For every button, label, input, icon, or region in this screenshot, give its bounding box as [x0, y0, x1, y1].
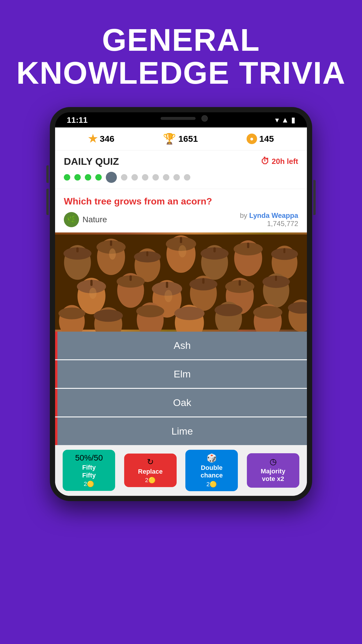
signal-icon: ▲ — [281, 116, 289, 125]
timer-icon: ⏱ — [261, 156, 269, 166]
dot-6 — [121, 174, 127, 181]
svg-point-51 — [253, 306, 282, 318]
lifeline-double-chance[interactable]: 🎲 Doublechance 2🟡 — [185, 450, 238, 491]
dot-3 — [85, 174, 91, 181]
progress-dots — [64, 172, 298, 185]
dot-11 — [173, 174, 180, 181]
fifty-icon: 50%/50 — [75, 453, 103, 463]
dot-7 — [131, 174, 138, 181]
svg-point-41 — [59, 307, 85, 319]
lifeline-bar: 50%/50 FiftyFifty 2🟡 ↻ Replace 2🟡 🎲 Doub… — [55, 445, 307, 496]
fifty-label: FiftyFifty — [82, 464, 96, 479]
time-left: ⏱ 20h left — [261, 156, 298, 166]
answers-area: Ash Elm Oak Lime — [55, 332, 307, 445]
app-title: GENERAL KNOWLEDGE TRIVIA — [16, 23, 346, 90]
svg-rect-33 — [202, 278, 205, 284]
svg-point-45 — [136, 305, 164, 317]
question-area: Which tree grows from an acorn? 🌿 Nature… — [55, 189, 307, 232]
svg-point-54 — [109, 249, 116, 260]
question-image — [55, 232, 307, 332]
svg-rect-12 — [180, 237, 182, 243]
lifeline-fifty-fifty[interactable]: 50%/50 FiftyFifty 2🟡 — [63, 450, 115, 491]
answer-ash-text: Ash — [66, 340, 298, 351]
svg-rect-3 — [76, 247, 79, 252]
svg-point-55 — [178, 245, 186, 257]
category-badge: 🌿 — [64, 212, 79, 227]
time-left-text: 20h left — [272, 157, 298, 166]
svg-rect-18 — [247, 242, 249, 248]
category-left: 🌿 Nature — [64, 212, 107, 227]
author-info: by Lynda Weappa 1,745,772 — [240, 211, 298, 228]
coins-stat: ● 145 — [247, 134, 274, 144]
answer-lime-text: Lime — [66, 426, 298, 437]
question-text: Which tree grows from an acorn? — [64, 196, 298, 207]
answer-elm[interactable]: Elm — [55, 360, 307, 388]
camera-dot — [201, 115, 208, 122]
side-button-left2 — [46, 189, 49, 215]
side-button-right — [313, 180, 316, 215]
svg-point-57 — [164, 290, 172, 302]
phone-screen: ★ 346 🏆 1651 ● 145 DAILY QUIZ ⏱ — [55, 127, 307, 496]
phone-frame: 11:11 ▾ ▲ ▮ ★ 346 🏆 1651 — [50, 107, 312, 501]
trophy-icon: 🏆 — [163, 133, 176, 145]
author-count: 1,745,772 — [240, 220, 298, 228]
svg-rect-36 — [239, 280, 241, 286]
svg-rect-9 — [146, 251, 148, 256]
author-name: Lynda Weappa — [249, 211, 298, 219]
answer-lime[interactable]: Lime — [55, 417, 307, 445]
svg-rect-6 — [110, 240, 112, 246]
svg-point-56 — [89, 288, 96, 299]
category-icon: 🌿 — [67, 215, 76, 224]
dot-current — [106, 172, 117, 183]
answer-ash[interactable]: Ash — [55, 332, 307, 359]
double-label: Doublechance — [201, 464, 223, 480]
answer-oak-text: Oak — [66, 397, 298, 408]
svg-point-49 — [215, 304, 242, 316]
author-by: by — [240, 211, 249, 219]
lifeline-majority-vote[interactable]: ◷ Majorityvote x2 — [247, 453, 299, 488]
answer-elm-text: Elm — [66, 368, 298, 380]
dot-9 — [152, 174, 159, 181]
double-cost: 2🟡 — [206, 481, 217, 488]
wifi-icon: ▾ — [275, 116, 279, 125]
side-button-left — [46, 165, 49, 183]
trophy-count: 1651 — [178, 134, 198, 144]
daily-quiz-label: DAILY QUIZ — [64, 156, 119, 167]
svg-rect-21 — [283, 248, 285, 253]
status-icons: ▾ ▲ ▮ — [275, 116, 295, 125]
title-line1: GENERAL — [102, 22, 260, 57]
svg-rect-15 — [213, 247, 216, 252]
category-name: Nature — [82, 215, 107, 224]
replace-icon: ↻ — [147, 457, 154, 467]
trophy-stat: 🏆 1651 — [163, 133, 198, 145]
stars-count: 346 — [100, 134, 114, 144]
title-line2: KNOWLEDGE TRIVIA — [16, 55, 346, 90]
dot-12 — [184, 174, 190, 181]
quiz-header: DAILY QUIZ ⏱ 20h left — [55, 150, 307, 189]
stars-stat: ★ 346 — [88, 133, 114, 145]
svg-rect-27 — [129, 275, 132, 281]
svg-rect-39 — [275, 276, 277, 281]
status-bar: 11:11 ▾ ▲ ▮ — [55, 112, 307, 127]
svg-point-43 — [94, 309, 123, 322]
svg-point-47 — [174, 307, 205, 320]
stats-bar: ★ 346 🏆 1651 ● 145 — [55, 127, 307, 150]
answer-oak[interactable]: Oak — [55, 389, 307, 416]
dot-10 — [163, 174, 169, 181]
majority-label: Majorityvote x2 — [261, 468, 285, 483]
svg-rect-24 — [90, 280, 93, 286]
svg-rect-30 — [166, 282, 168, 288]
status-time: 11:11 — [67, 116, 88, 125]
battery-icon: ▮ — [291, 116, 295, 125]
lifeline-replace[interactable]: ↻ Replace 2🟡 — [124, 454, 177, 487]
fifty-cost: 2🟡 — [84, 480, 94, 487]
dot-8 — [142, 174, 148, 181]
dot-4 — [95, 174, 102, 181]
coin-icon: ● — [247, 134, 257, 144]
speaker-bar — [161, 117, 196, 120]
replace-label: Replace — [138, 468, 163, 475]
replace-cost: 2🟡 — [145, 477, 156, 484]
dot-1 — [64, 174, 70, 181]
category-row: 🌿 Nature by Lynda Weappa 1,745,772 — [64, 211, 298, 228]
double-icon: 🎲 — [207, 453, 217, 463]
